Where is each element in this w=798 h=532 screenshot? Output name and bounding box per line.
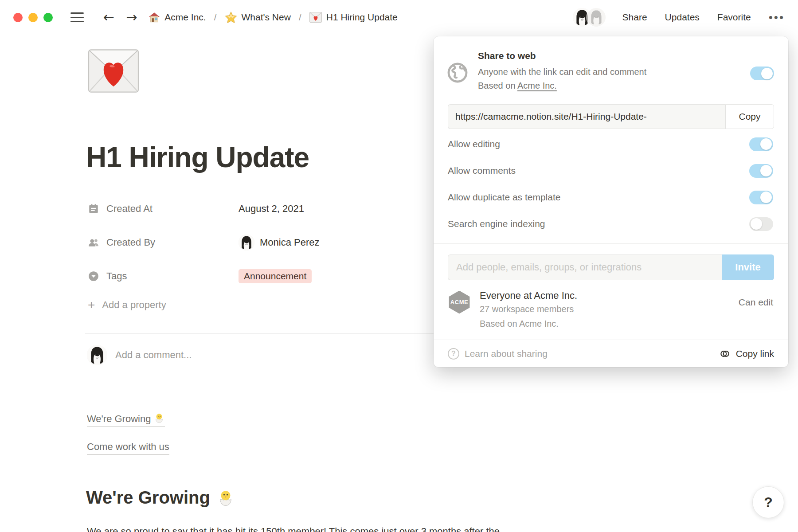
member-row-clipped: Based on Acme Inc. xyxy=(480,319,773,329)
hatching-chick-icon xyxy=(216,489,235,507)
add-property-button[interactable]: + Add a property xyxy=(88,299,425,311)
share-to-web-toggle[interactable] xyxy=(750,66,774,80)
breadcrumb-current-page[interactable]: H1 Hiring Update xyxy=(309,12,398,23)
allow-duplicate-toggle[interactable] xyxy=(749,191,773,204)
more-options-icon[interactable]: ••• xyxy=(769,11,785,24)
plus-icon: + xyxy=(88,299,95,311)
search-indexing-toggle[interactable] xyxy=(749,217,773,231)
breadcrumb-label: Acme Inc. xyxy=(164,12,206,23)
breadcrumb-separator: / xyxy=(299,12,301,23)
share-to-web-title: Share to web xyxy=(478,51,740,61)
option-row-allow-comments: Allow comments xyxy=(434,157,788,184)
allow-comments-toggle[interactable] xyxy=(749,164,773,178)
property-key: Created By xyxy=(88,237,239,248)
option-label: Allow duplicate as template xyxy=(448,192,560,203)
copy-link-button[interactable]: Copy link xyxy=(719,348,774,360)
share-to-web-subtitle: Anyone with the link can edit and commen… xyxy=(478,65,740,79)
hatching-chick-icon xyxy=(153,412,165,424)
invite-row: Invite xyxy=(448,254,774,280)
copy-link-label: Copy link xyxy=(736,348,774,359)
tag-announcement[interactable]: Announcement xyxy=(239,269,312,283)
viewer-avatars[interactable] xyxy=(572,7,606,27)
question-mark-icon: ? xyxy=(764,494,773,511)
add-comment-row[interactable]: Add a comment... xyxy=(87,345,192,365)
learn-label: Learn about sharing xyxy=(465,348,548,359)
toc-link-were-growing[interactable]: We're Growing xyxy=(87,412,165,427)
member-row-everyone[interactable]: ACME Everyone at Acme Inc. 27 workspace … xyxy=(448,290,773,314)
popover-divider xyxy=(434,243,788,244)
avatar xyxy=(87,345,107,365)
member-access-dropdown[interactable]: Can edit xyxy=(739,297,773,308)
copy-url-button[interactable]: Copy xyxy=(725,104,774,129)
member-detail: 27 workspace members xyxy=(480,304,730,314)
property-label: Tags xyxy=(106,270,127,282)
globe-icon xyxy=(447,62,468,83)
avatar xyxy=(586,7,606,27)
toolbar-actions: Share Updates Favorite ••• xyxy=(572,7,785,27)
invite-input[interactable] xyxy=(448,254,722,280)
window-toolbar: ← → Acme Inc. / What's New xyxy=(0,0,798,35)
breadcrumb-whats-new[interactable]: What's New xyxy=(225,11,291,23)
learn-about-sharing-link[interactable]: ? Learn about sharing xyxy=(448,348,548,360)
property-key: Created At xyxy=(88,203,239,215)
breadcrumb-label: What's New xyxy=(242,12,291,23)
heading-label: We're Growing xyxy=(86,488,210,508)
page-emoji-love-letter-icon[interactable] xyxy=(88,49,139,100)
content-divider xyxy=(85,382,786,382)
option-label: Allow editing xyxy=(448,139,500,149)
calendar-icon xyxy=(88,203,99,215)
sidebar-menu-icon[interactable] xyxy=(70,12,84,22)
toc-link-label: We're Growing xyxy=(87,413,151,424)
based-on-prefix: Based on xyxy=(478,81,517,90)
breadcrumb-separator: / xyxy=(214,12,217,23)
toc-link-come-work-with-us[interactable]: Come work with us xyxy=(87,441,169,455)
people-icon xyxy=(88,237,99,248)
allow-editing-toggle[interactable] xyxy=(749,137,773,151)
share-popover: Share to web Anyone with the link can ed… xyxy=(434,36,788,367)
popover-footer: ? Learn about sharing Copy link xyxy=(434,340,788,367)
add-property-label: Add a property xyxy=(102,299,166,311)
invite-button[interactable]: Invite xyxy=(722,254,774,280)
option-row-search-indexing: Search engine indexing xyxy=(434,211,788,237)
breadcrumb: Acme Inc. / What's New / H1 Hiring Updat… xyxy=(149,11,398,23)
star-icon xyxy=(225,11,237,23)
updates-button[interactable]: Updates xyxy=(665,12,700,23)
love-letter-icon xyxy=(309,12,322,23)
zoom-window-button[interactable] xyxy=(43,13,53,22)
page-properties: Created At August 2, 2021 Created By xyxy=(88,198,425,311)
property-label: Created At xyxy=(106,203,153,215)
member-name: Everyone at Acme Inc. xyxy=(480,290,730,301)
option-label: Search engine indexing xyxy=(448,219,545,229)
option-label: Allow comments xyxy=(448,165,516,176)
page-title[interactable]: H1 Hiring Update xyxy=(86,141,309,174)
add-comment-placeholder: Add a comment... xyxy=(115,349,192,361)
share-to-web-section: Share to web Anyone with the link can ed… xyxy=(434,36,788,94)
forward-arrow-icon[interactable]: → xyxy=(126,11,137,24)
select-dropdown-icon xyxy=(88,270,99,282)
property-row-created-at[interactable]: Created At August 2, 2021 xyxy=(88,198,425,220)
share-url-row: Copy xyxy=(448,104,774,129)
help-button[interactable]: ? xyxy=(752,486,784,518)
window-controls xyxy=(13,13,53,22)
home-icon xyxy=(149,12,160,23)
breadcrumb-workspace[interactable]: Acme Inc. xyxy=(149,12,206,23)
help-circle-icon: ? xyxy=(448,348,459,360)
option-row-allow-editing: Allow editing xyxy=(434,131,788,157)
based-on-line: Based on Acme Inc. xyxy=(478,79,740,93)
property-key: Tags xyxy=(88,270,239,282)
minimize-window-button[interactable] xyxy=(28,13,38,22)
table-of-contents: We're Growing Come work with us xyxy=(87,412,169,469)
acme-workspace-logo: ACME xyxy=(448,291,471,314)
property-label: Created By xyxy=(106,237,155,248)
property-value: Monica Perez xyxy=(239,235,320,250)
property-row-created-by[interactable]: Created By Monica Perez xyxy=(88,231,425,254)
back-arrow-icon[interactable]: ← xyxy=(103,11,114,24)
property-row-tags[interactable]: Tags Announcement xyxy=(88,265,425,287)
paragraph-clipped: We are so proud to say that it has hit i… xyxy=(87,526,730,532)
share-button[interactable]: Share xyxy=(622,12,647,23)
favorite-button[interactable]: Favorite xyxy=(717,12,751,23)
close-window-button[interactable] xyxy=(13,13,23,22)
share-url-input[interactable] xyxy=(448,104,725,129)
based-on-workspace-link[interactable]: Acme Inc. xyxy=(517,81,557,90)
acme-logo-text: ACME xyxy=(450,299,468,305)
